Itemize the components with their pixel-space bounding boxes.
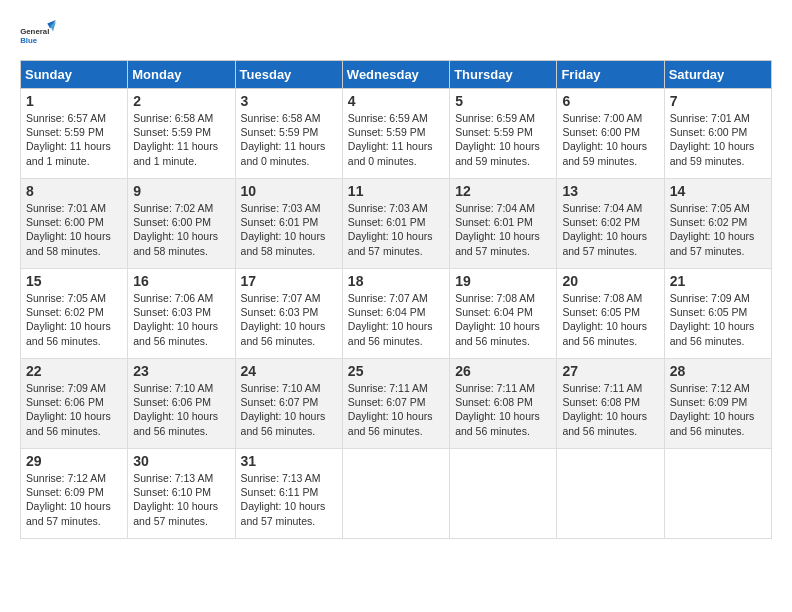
day-info: Sunrise: 7:10 AM Sunset: 6:07 PM Dayligh… (241, 381, 337, 438)
day-info: Sunrise: 7:10 AM Sunset: 6:06 PM Dayligh… (133, 381, 229, 438)
calendar-cell: 19Sunrise: 7:08 AM Sunset: 6:04 PM Dayli… (450, 269, 557, 359)
day-info: Sunrise: 7:03 AM Sunset: 6:01 PM Dayligh… (348, 201, 444, 258)
day-info: Sunrise: 7:04 AM Sunset: 6:01 PM Dayligh… (455, 201, 551, 258)
calendar-cell: 14Sunrise: 7:05 AM Sunset: 6:02 PM Dayli… (664, 179, 771, 269)
calendar-cell: 12Sunrise: 7:04 AM Sunset: 6:01 PM Dayli… (450, 179, 557, 269)
calendar-cell (450, 449, 557, 539)
calendar-cell: 24Sunrise: 7:10 AM Sunset: 6:07 PM Dayli… (235, 359, 342, 449)
weekday-header-tuesday: Tuesday (235, 61, 342, 89)
day-number: 31 (241, 453, 337, 469)
day-number: 3 (241, 93, 337, 109)
day-number: 14 (670, 183, 766, 199)
calendar-table: SundayMondayTuesdayWednesdayThursdayFrid… (20, 60, 772, 539)
calendar-week-row: 22Sunrise: 7:09 AM Sunset: 6:06 PM Dayli… (21, 359, 772, 449)
day-number: 17 (241, 273, 337, 289)
day-number: 15 (26, 273, 122, 289)
calendar-cell: 5Sunrise: 6:59 AM Sunset: 5:59 PM Daylig… (450, 89, 557, 179)
day-info: Sunrise: 7:13 AM Sunset: 6:11 PM Dayligh… (241, 471, 337, 528)
calendar-cell: 23Sunrise: 7:10 AM Sunset: 6:06 PM Dayli… (128, 359, 235, 449)
calendar-cell: 31Sunrise: 7:13 AM Sunset: 6:11 PM Dayli… (235, 449, 342, 539)
day-number: 20 (562, 273, 658, 289)
weekday-header-monday: Monday (128, 61, 235, 89)
calendar-cell: 9Sunrise: 7:02 AM Sunset: 6:00 PM Daylig… (128, 179, 235, 269)
calendar-cell: 25Sunrise: 7:11 AM Sunset: 6:07 PM Dayli… (342, 359, 449, 449)
calendar-cell: 28Sunrise: 7:12 AM Sunset: 6:09 PM Dayli… (664, 359, 771, 449)
weekday-header-sunday: Sunday (21, 61, 128, 89)
calendar-cell: 1Sunrise: 6:57 AM Sunset: 5:59 PM Daylig… (21, 89, 128, 179)
calendar-week-row: 15Sunrise: 7:05 AM Sunset: 6:02 PM Dayli… (21, 269, 772, 359)
calendar-cell: 8Sunrise: 7:01 AM Sunset: 6:00 PM Daylig… (21, 179, 128, 269)
day-number: 23 (133, 363, 229, 379)
day-info: Sunrise: 6:59 AM Sunset: 5:59 PM Dayligh… (348, 111, 444, 168)
day-number: 18 (348, 273, 444, 289)
day-info: Sunrise: 7:04 AM Sunset: 6:02 PM Dayligh… (562, 201, 658, 258)
day-info: Sunrise: 6:57 AM Sunset: 5:59 PM Dayligh… (26, 111, 122, 168)
day-info: Sunrise: 7:02 AM Sunset: 6:00 PM Dayligh… (133, 201, 229, 258)
day-number: 13 (562, 183, 658, 199)
day-number: 19 (455, 273, 551, 289)
day-number: 11 (348, 183, 444, 199)
day-info: Sunrise: 7:12 AM Sunset: 6:09 PM Dayligh… (670, 381, 766, 438)
calendar-cell (557, 449, 664, 539)
day-number: 27 (562, 363, 658, 379)
weekday-header-wednesday: Wednesday (342, 61, 449, 89)
day-info: Sunrise: 7:12 AM Sunset: 6:09 PM Dayligh… (26, 471, 122, 528)
weekday-header-thursday: Thursday (450, 61, 557, 89)
calendar-cell: 7Sunrise: 7:01 AM Sunset: 6:00 PM Daylig… (664, 89, 771, 179)
day-info: Sunrise: 7:07 AM Sunset: 6:03 PM Dayligh… (241, 291, 337, 348)
calendar-cell: 16Sunrise: 7:06 AM Sunset: 6:03 PM Dayli… (128, 269, 235, 359)
day-info: Sunrise: 7:11 AM Sunset: 6:08 PM Dayligh… (455, 381, 551, 438)
day-number: 6 (562, 93, 658, 109)
calendar-cell: 20Sunrise: 7:08 AM Sunset: 6:05 PM Dayli… (557, 269, 664, 359)
day-info: Sunrise: 7:08 AM Sunset: 6:05 PM Dayligh… (562, 291, 658, 348)
calendar-cell: 10Sunrise: 7:03 AM Sunset: 6:01 PM Dayli… (235, 179, 342, 269)
day-number: 12 (455, 183, 551, 199)
calendar-cell: 22Sunrise: 7:09 AM Sunset: 6:06 PM Dayli… (21, 359, 128, 449)
logo: General Blue (20, 20, 56, 50)
calendar-cell: 6Sunrise: 7:00 AM Sunset: 6:00 PM Daylig… (557, 89, 664, 179)
weekday-header-saturday: Saturday (664, 61, 771, 89)
calendar-cell: 18Sunrise: 7:07 AM Sunset: 6:04 PM Dayli… (342, 269, 449, 359)
day-number: 16 (133, 273, 229, 289)
day-info: Sunrise: 6:59 AM Sunset: 5:59 PM Dayligh… (455, 111, 551, 168)
day-info: Sunrise: 7:01 AM Sunset: 6:00 PM Dayligh… (670, 111, 766, 168)
day-number: 26 (455, 363, 551, 379)
calendar-week-row: 8Sunrise: 7:01 AM Sunset: 6:00 PM Daylig… (21, 179, 772, 269)
calendar-cell (342, 449, 449, 539)
weekday-header-row: SundayMondayTuesdayWednesdayThursdayFrid… (21, 61, 772, 89)
day-number: 5 (455, 93, 551, 109)
day-number: 24 (241, 363, 337, 379)
day-number: 29 (26, 453, 122, 469)
day-number: 4 (348, 93, 444, 109)
day-info: Sunrise: 7:06 AM Sunset: 6:03 PM Dayligh… (133, 291, 229, 348)
calendar-week-row: 1Sunrise: 6:57 AM Sunset: 5:59 PM Daylig… (21, 89, 772, 179)
day-info: Sunrise: 7:08 AM Sunset: 6:04 PM Dayligh… (455, 291, 551, 348)
day-info: Sunrise: 6:58 AM Sunset: 5:59 PM Dayligh… (241, 111, 337, 168)
calendar-cell: 29Sunrise: 7:12 AM Sunset: 6:09 PM Dayli… (21, 449, 128, 539)
calendar-cell: 30Sunrise: 7:13 AM Sunset: 6:10 PM Dayli… (128, 449, 235, 539)
day-info: Sunrise: 7:00 AM Sunset: 6:00 PM Dayligh… (562, 111, 658, 168)
calendar-cell: 2Sunrise: 6:58 AM Sunset: 5:59 PM Daylig… (128, 89, 235, 179)
calendar-cell: 27Sunrise: 7:11 AM Sunset: 6:08 PM Dayli… (557, 359, 664, 449)
day-number: 7 (670, 93, 766, 109)
day-info: Sunrise: 7:09 AM Sunset: 6:06 PM Dayligh… (26, 381, 122, 438)
calendar-cell: 17Sunrise: 7:07 AM Sunset: 6:03 PM Dayli… (235, 269, 342, 359)
day-info: Sunrise: 7:07 AM Sunset: 6:04 PM Dayligh… (348, 291, 444, 348)
day-info: Sunrise: 7:13 AM Sunset: 6:10 PM Dayligh… (133, 471, 229, 528)
calendar-cell: 15Sunrise: 7:05 AM Sunset: 6:02 PM Dayli… (21, 269, 128, 359)
day-info: Sunrise: 6:58 AM Sunset: 5:59 PM Dayligh… (133, 111, 229, 168)
page-header: General Blue (20, 20, 772, 50)
day-info: Sunrise: 7:11 AM Sunset: 6:08 PM Dayligh… (562, 381, 658, 438)
day-info: Sunrise: 7:11 AM Sunset: 6:07 PM Dayligh… (348, 381, 444, 438)
svg-text:General: General (20, 27, 49, 36)
day-number: 30 (133, 453, 229, 469)
calendar-cell: 13Sunrise: 7:04 AM Sunset: 6:02 PM Dayli… (557, 179, 664, 269)
calendar-cell: 11Sunrise: 7:03 AM Sunset: 6:01 PM Dayli… (342, 179, 449, 269)
calendar-cell: 21Sunrise: 7:09 AM Sunset: 6:05 PM Dayli… (664, 269, 771, 359)
day-number: 21 (670, 273, 766, 289)
day-number: 1 (26, 93, 122, 109)
logo-icon: General Blue (20, 20, 56, 50)
calendar-cell: 26Sunrise: 7:11 AM Sunset: 6:08 PM Dayli… (450, 359, 557, 449)
day-info: Sunrise: 7:05 AM Sunset: 6:02 PM Dayligh… (26, 291, 122, 348)
day-info: Sunrise: 7:01 AM Sunset: 6:00 PM Dayligh… (26, 201, 122, 258)
